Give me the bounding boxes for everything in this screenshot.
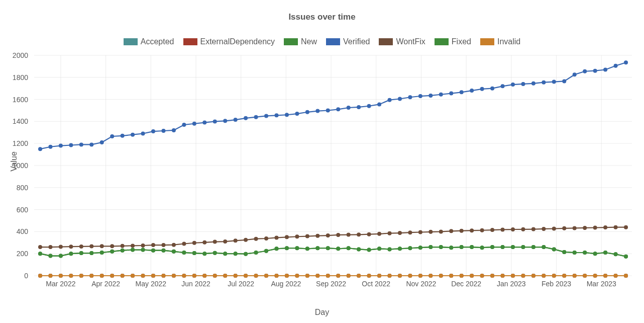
- data-point[interactable]: [69, 252, 73, 256]
- data-point[interactable]: [49, 145, 52, 148]
- data-point[interactable]: [593, 226, 597, 229]
- data-point[interactable]: [347, 106, 350, 110]
- data-point[interactable]: [624, 255, 628, 258]
- data-point[interactable]: [39, 252, 42, 256]
- data-point[interactable]: [408, 247, 412, 250]
- data-point[interactable]: [439, 230, 443, 233]
- data-point[interactable]: [172, 243, 176, 247]
- data-point[interactable]: [111, 245, 114, 248]
- data-point[interactable]: [305, 234, 309, 238]
- data-point[interactable]: [511, 246, 515, 249]
- data-point[interactable]: [563, 251, 566, 254]
- data-point[interactable]: [573, 251, 576, 255]
- legend-item-new[interactable]: New: [284, 37, 317, 46]
- data-point[interactable]: [224, 119, 227, 123]
- data-point[interactable]: [59, 254, 63, 258]
- data-point[interactable]: [531, 227, 535, 231]
- data-point[interactable]: [162, 129, 165, 133]
- data-point[interactable]: [131, 244, 135, 248]
- data-point[interactable]: [203, 121, 206, 124]
- data-point[interactable]: [285, 235, 289, 239]
- data-point[interactable]: [542, 246, 546, 249]
- data-point[interactable]: [429, 230, 433, 233]
- data-point[interactable]: [378, 247, 381, 251]
- data-point[interactable]: [357, 106, 361, 109]
- data-point[interactable]: [491, 228, 494, 232]
- data-point[interactable]: [480, 87, 484, 91]
- data-point[interactable]: [552, 227, 556, 230]
- data-point[interactable]: [305, 247, 309, 251]
- data-point[interactable]: [624, 225, 628, 229]
- data-point[interactable]: [152, 249, 155, 252]
- data-point[interactable]: [337, 233, 340, 237]
- data-point[interactable]: [337, 108, 340, 111]
- data-point[interactable]: [418, 95, 422, 98]
- data-point[interactable]: [429, 246, 433, 249]
- data-point[interactable]: [69, 143, 73, 147]
- data-point[interactable]: [460, 246, 463, 249]
- data-point[interactable]: [182, 251, 186, 255]
- data-point[interactable]: [265, 237, 268, 240]
- data-point[interactable]: [388, 248, 391, 251]
- data-point[interactable]: [367, 104, 371, 108]
- data-point[interactable]: [111, 135, 114, 138]
- data-point[interactable]: [531, 246, 535, 249]
- legend-item-externaldep[interactable]: ExternalDependency: [183, 37, 275, 46]
- legend-item-wontfix[interactable]: WontFix: [379, 37, 425, 46]
- data-point[interactable]: [275, 247, 278, 251]
- data-point[interactable]: [501, 246, 504, 249]
- data-point[interactable]: [326, 109, 330, 112]
- data-point[interactable]: [531, 82, 535, 85]
- data-point[interactable]: [552, 248, 556, 251]
- data-point[interactable]: [439, 93, 443, 96]
- data-point[interactable]: [100, 141, 103, 144]
- data-point[interactable]: [398, 247, 402, 251]
- data-point[interactable]: [244, 116, 248, 120]
- data-point[interactable]: [450, 246, 453, 250]
- data-point[interactable]: [604, 226, 607, 229]
- data-point[interactable]: [470, 229, 474, 232]
- data-point[interactable]: [295, 247, 299, 250]
- data-point[interactable]: [439, 246, 443, 249]
- data-point[interactable]: [192, 241, 196, 245]
- data-point[interactable]: [305, 110, 309, 114]
- data-point[interactable]: [491, 246, 494, 249]
- data-point[interactable]: [49, 246, 52, 249]
- legend-item-fixed[interactable]: Fixed: [435, 37, 471, 46]
- data-point[interactable]: [111, 250, 114, 253]
- data-point[interactable]: [624, 61, 628, 64]
- data-point[interactable]: [79, 252, 83, 255]
- data-point[interactable]: [614, 253, 617, 256]
- data-point[interactable]: [583, 226, 587, 230]
- data-point[interactable]: [480, 246, 484, 250]
- data-point[interactable]: [316, 109, 319, 113]
- data-point[interactable]: [39, 246, 42, 249]
- data-point[interactable]: [521, 227, 525, 231]
- data-point[interactable]: [326, 234, 330, 237]
- data-point[interactable]: [90, 143, 93, 146]
- data-point[interactable]: [203, 240, 206, 244]
- data-point[interactable]: [234, 252, 237, 256]
- data-point[interactable]: [275, 114, 278, 117]
- data-point[interactable]: [182, 123, 186, 127]
- data-point[interactable]: [152, 244, 155, 247]
- data-point[interactable]: [521, 83, 525, 86]
- data-point[interactable]: [347, 233, 350, 236]
- data-point[interactable]: [121, 244, 124, 248]
- data-point[interactable]: [59, 245, 63, 249]
- data-point[interactable]: [244, 252, 248, 256]
- data-point[interactable]: [398, 97, 402, 101]
- legend-item-verified[interactable]: Verified: [326, 37, 370, 46]
- data-point[interactable]: [583, 69, 587, 73]
- data-point[interactable]: [244, 238, 248, 241]
- data-point[interactable]: [367, 232, 371, 236]
- data-point[interactable]: [418, 230, 422, 234]
- data-point[interactable]: [275, 236, 278, 239]
- data-point[interactable]: [254, 115, 258, 119]
- data-point[interactable]: [59, 144, 63, 147]
- data-point[interactable]: [501, 228, 504, 231]
- data-point[interactable]: [604, 68, 607, 71]
- data-point[interactable]: [563, 226, 566, 230]
- data-point[interactable]: [172, 250, 176, 253]
- data-point[interactable]: [614, 225, 617, 229]
